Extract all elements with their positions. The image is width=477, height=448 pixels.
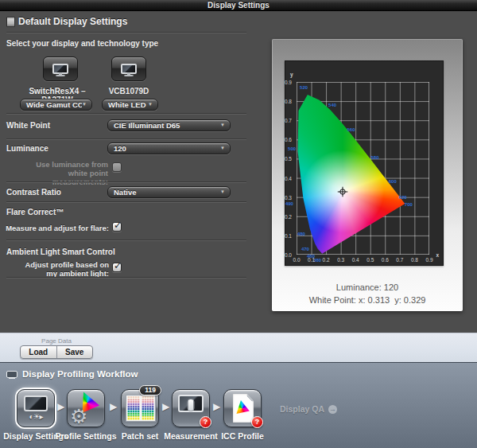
contrast-brightness-icon: ◐☀▸	[17, 412, 54, 421]
display-settings-window: Display Settings Default Display Setting…	[0, 0, 477, 448]
x-tick-label: 0.1	[308, 257, 315, 263]
save-button[interactable]: Save	[56, 346, 93, 358]
wavelength-label: 560	[347, 127, 355, 132]
workflow-bar: Display Profiling Workflow ◐☀▸ Display S…	[0, 362, 477, 448]
workflow-step-icc-profile[interactable]: ? ICC Profile	[208, 389, 277, 441]
page-data-strip: Page Data Load Save	[0, 333, 477, 362]
ambient-heading: Ambient Light Smart Control	[6, 247, 115, 256]
wavelength-label: 470	[301, 247, 309, 251]
flare-label: Measure and adjust for flare:	[0, 224, 109, 232]
monitor-icon	[52, 64, 68, 74]
contrast-ratio-label: Contrast Ratio	[6, 188, 61, 197]
section-divider	[6, 32, 246, 33]
wavelength-label: 500	[288, 146, 296, 151]
section-divider	[6, 113, 246, 115]
wavelength-label: 600	[389, 179, 397, 184]
window-titlebar: Display Settings	[0, 0, 477, 11]
settings-panel: Default Display Settings Select your dis…	[0, 11, 477, 333]
chart-plot-area: 520540560580600620700500490480470460380 …	[297, 82, 429, 255]
alert-question-badge: ?	[251, 416, 263, 428]
luminance-label: Luminance	[6, 144, 48, 153]
x-tick-label: 0.9	[425, 257, 432, 263]
x-axis-ticks: 0.00.10.20.30.40.50.60.70.80.9	[297, 255, 429, 263]
section-divider	[6, 138, 246, 140]
wavelength-label: 480	[297, 232, 305, 236]
chromaticity-card: 520540560580600620700500490480470460380 …	[272, 39, 463, 311]
y-tick-label: 0.6	[285, 137, 292, 142]
display-select-button-1[interactable]	[43, 56, 78, 81]
chevron-down-icon: ▼	[220, 186, 230, 198]
wavelength-label: 620	[399, 195, 407, 200]
ambient-label: Adjust profile based on my ambient light…	[24, 260, 109, 278]
chevron-down-icon: ▼	[82, 99, 91, 111]
window-title: Display Settings	[0, 0, 477, 11]
color-patches-icon	[126, 395, 156, 422]
patch-set-icon: 119	[121, 389, 159, 427]
flare-heading: Flare Correct™	[6, 208, 64, 216]
monitor-icon	[121, 64, 137, 74]
x-tick-label: 0.2	[323, 257, 330, 263]
wavelength-label: 520	[300, 85, 308, 90]
spectral-locus-gamut	[297, 82, 429, 255]
x-tick-label: 0.7	[396, 257, 403, 263]
y-tick-label: 0.1	[285, 232, 292, 238]
y-tick-label: 0.8	[285, 99, 292, 104]
technology-select-1[interactable]: Wide Gamut CCFL ▼	[20, 99, 92, 111]
chevron-down-icon: ▼	[220, 119, 230, 131]
white-point-label: White Point	[6, 121, 50, 130]
x-tick-label: 0.5	[366, 257, 374, 263]
wavelength-label: 580	[371, 155, 379, 160]
colorimeter-icon	[188, 399, 195, 411]
arrow-right-icon: →	[328, 405, 337, 414]
icc-profile-icon: ?	[223, 389, 262, 427]
y-tick-label: 0.0	[285, 252, 292, 258]
x-tick-label: 0.8	[411, 257, 418, 263]
panel-heading: Default Display Settings	[18, 16, 127, 27]
display-name-2: VCB1079D	[84, 87, 173, 95]
white-point-marker	[338, 186, 348, 197]
y-tick-label: 0.9	[285, 80, 292, 85]
ambient-checkbox[interactable]	[112, 263, 122, 272]
white-point-select[interactable]: CIE Illuminant D65 ▼	[107, 119, 231, 131]
wavelength-label: 540	[328, 103, 336, 107]
section-divider	[6, 181, 246, 183]
chevron-down-icon: ▼	[148, 99, 157, 111]
profile-settings-icon: ⚙	[67, 389, 105, 427]
display-settings-icon: ◐☀▸	[17, 389, 55, 427]
wavelength-label: 490	[285, 201, 293, 206]
white-point-readout: White Point: x: 0.313 y: 0.329	[272, 295, 463, 305]
page-data-label: Page Data	[20, 337, 93, 345]
y-tick-label: 0.4	[285, 175, 292, 181]
y-axis-label: y	[290, 72, 293, 77]
x-tick-label: 0.3	[337, 257, 344, 263]
monitor-icon	[6, 371, 17, 378]
section-divider	[6, 240, 246, 241]
measurement-icon: ?	[172, 389, 210, 427]
use-luminance-checkbox[interactable]	[112, 162, 122, 172]
flare-checkbox[interactable]	[112, 222, 122, 232]
y-tick-label: 0.3	[285, 194, 292, 200]
page-data-buttons: Load Save	[20, 345, 93, 359]
technology-select-2[interactable]: White LED ▼	[102, 99, 158, 111]
luminance-readout: Luminance: 120	[272, 282, 463, 292]
monitor-icon	[24, 395, 48, 411]
workflow-header: Display Profiling Workflow	[6, 369, 138, 379]
y-tick-label: 0.2	[285, 213, 292, 219]
gear-icon: ⚙	[70, 407, 87, 427]
load-button[interactable]: Load	[21, 346, 56, 358]
display-qa-link[interactable]: Display QA →	[280, 404, 337, 414]
contrast-ratio-select[interactable]: Native ▼	[107, 186, 231, 198]
section-divider	[6, 201, 246, 203]
section-divider	[6, 277, 246, 279]
y-tick-label: 0.5	[285, 156, 292, 162]
monitor-icon	[178, 395, 204, 412]
luminance-select[interactable]: 120 ▼	[107, 142, 231, 154]
x-tick-label: 0.0	[293, 257, 300, 263]
chevron-down-icon: ▼	[220, 142, 230, 154]
display-select-button-2[interactable]	[111, 56, 146, 81]
settings-page-icon	[6, 17, 15, 27]
select-display-prompt: Select your display and technology type	[6, 39, 158, 48]
wavelength-label: 700	[405, 202, 413, 207]
x-axis-label: x	[436, 252, 439, 258]
chromaticity-chart: 520540560580600620700500490480470460380 …	[285, 60, 444, 266]
